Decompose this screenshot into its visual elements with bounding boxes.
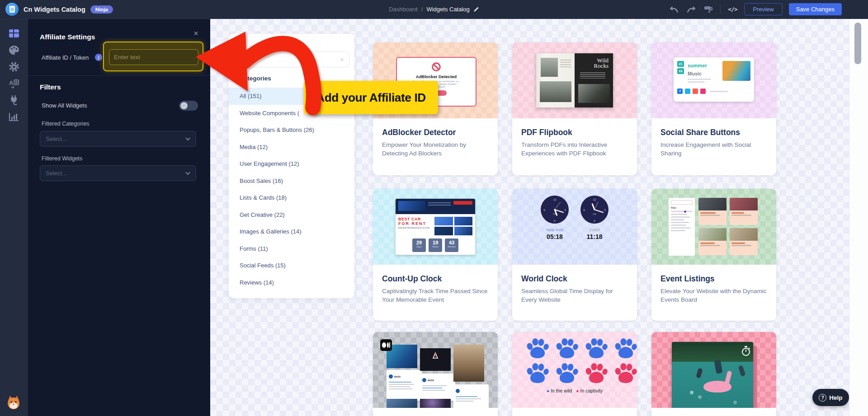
events-preview: Filter bbox=[651, 189, 776, 265]
stopwatch-icon bbox=[741, 346, 751, 356]
widget-card-count-up-clock[interactable]: BEST CAR FOR RENT bold and manufactured … bbox=[373, 189, 498, 321]
widget-card-pool-media[interactable] bbox=[651, 332, 776, 416]
pool-media-preview bbox=[651, 332, 776, 408]
tile-label: Hours bbox=[429, 245, 442, 248]
select-placeholder: Select... bbox=[46, 136, 67, 142]
svg-text:12: 12 bbox=[593, 198, 596, 201]
integrations-plug-icon[interactable] bbox=[9, 95, 19, 106]
clock-zurich: 12 3 6 9 AM Zürich 11:18 bbox=[580, 195, 609, 240]
category-item-social-feeds[interactable]: Social Feeds (15) bbox=[229, 257, 354, 274]
book-title: Rocks bbox=[594, 63, 609, 69]
save-changes-button[interactable]: Save Changes bbox=[789, 3, 842, 15]
category-item-reviews[interactable]: Reviews (14) bbox=[229, 274, 354, 291]
nasa-avatar bbox=[389, 374, 393, 379]
toggle-knob bbox=[180, 102, 188, 109]
category-item-user-engagement[interactable]: User Engagement (12) bbox=[229, 155, 354, 173]
settings-gear-icon[interactable] bbox=[9, 61, 19, 72]
help-label: Help bbox=[829, 394, 842, 401]
medium-logo-icon bbox=[380, 339, 392, 351]
category-item-media[interactable]: Media (12) bbox=[229, 139, 354, 156]
widget-title: Event Listings bbox=[660, 274, 767, 284]
hero-text: FOR RENT bbox=[398, 221, 434, 226]
breadcrumb-current: Widgets Catalog bbox=[426, 6, 469, 13]
widget-card-paw-chart[interactable]: ● In the wild ● In captivity bbox=[512, 332, 637, 416]
filtered-categories-select[interactable]: Select... bbox=[40, 131, 196, 147]
tile-value: 43 bbox=[445, 240, 458, 245]
redo-icon[interactable] bbox=[686, 4, 697, 15]
tile-label: Minutes bbox=[445, 245, 458, 248]
show-all-widgets-label: Show All Widgets bbox=[42, 102, 87, 109]
hero-subtext: bold and manufactured by us since bbox=[398, 227, 430, 229]
account-name: NASA bbox=[428, 379, 434, 382]
chevron-down-icon bbox=[185, 172, 190, 175]
paw-pink bbox=[585, 362, 608, 384]
edit-pencil-icon[interactable] bbox=[473, 6, 479, 12]
preview-button[interactable]: Preview bbox=[744, 3, 782, 15]
widget-description: Seamless Global Time Display for Every W… bbox=[521, 287, 628, 304]
breadcrumb-separator: / bbox=[421, 6, 423, 13]
category-item-forms[interactable]: Forms (11) bbox=[229, 240, 354, 257]
svg-text:A: A bbox=[9, 79, 14, 86]
widget-card-pdf-flipbook[interactable]: Wild Rocks PDF Flipbook Transform PDFs i… bbox=[512, 42, 637, 175]
category-item-images-galleries[interactable]: Images & Galleries (14) bbox=[229, 223, 354, 240]
social-share-preview: 21 03 summer Music f bbox=[651, 42, 776, 118]
top-bar: Cn Widgets Catalog Ninja Dashboard / Wid… bbox=[0, 0, 868, 19]
help-button[interactable]: ? Help bbox=[812, 389, 849, 406]
category-item-popups-bars-buttons[interactable]: Popups, Bars & Buttons (26) bbox=[229, 122, 354, 139]
legend-in-captivity: In captivity bbox=[580, 388, 603, 393]
widget-card-social-feed[interactable]: NASA NASA bbox=[373, 332, 498, 416]
widget-title: AdBlocker Detector bbox=[382, 128, 489, 137]
affiliate-id-input[interactable] bbox=[109, 49, 198, 65]
twitter-icon bbox=[685, 89, 690, 94]
paw-blue bbox=[555, 337, 579, 359]
legend-in-the-wild: In the wild bbox=[551, 388, 572, 393]
clock-new-york: 12 3 6 9 PM New York 05:18 bbox=[540, 195, 569, 240]
poster-title: Music bbox=[688, 71, 702, 76]
widget-description: Increase Engagement with Social Sharing bbox=[660, 140, 767, 158]
design-palette-icon[interactable] bbox=[9, 45, 19, 56]
analytics-chart-icon[interactable] bbox=[9, 112, 19, 122]
app-title: Cn Widgets Catalog bbox=[24, 6, 85, 13]
scrollbar-thumb[interactable] bbox=[854, 23, 861, 64]
chevron-down-icon bbox=[185, 137, 190, 140]
poster-title-accent: summer bbox=[688, 63, 707, 68]
paw-chart-preview: ● In the wild ● In captivity bbox=[512, 332, 637, 408]
account-name: NASA bbox=[394, 375, 401, 378]
widget-card-social-share-buttons[interactable]: 21 03 summer Music f bbox=[651, 42, 776, 175]
filtered-categories-label: Filtered Categories bbox=[42, 121, 90, 127]
paint-roller-icon[interactable] bbox=[703, 4, 714, 15]
tutorial-arrow bbox=[188, 23, 328, 120]
widget-title: PDF Flipbook bbox=[521, 128, 628, 137]
breadcrumb: Dashboard / Widgets Catalog bbox=[389, 0, 479, 19]
translate-icon[interactable]: A bbox=[9, 78, 19, 89]
nasa-avatar bbox=[422, 378, 426, 382]
breadcrumb-dashboard[interactable]: Dashboard bbox=[389, 6, 418, 13]
toolbar-divider bbox=[720, 5, 721, 14]
clock-time: 11:18 bbox=[580, 233, 609, 240]
poster-photo bbox=[722, 61, 750, 81]
category-item-boost-sales[interactable]: Boost Sales (16) bbox=[229, 173, 354, 190]
paw-blue bbox=[614, 337, 637, 359]
widget-description: Elevate Your Website with the Dynamic Ev… bbox=[660, 287, 767, 304]
widget-card-event-listings[interactable]: Filter bbox=[651, 189, 776, 321]
widget-description: Transform PDFs into Interactive Experien… bbox=[521, 140, 628, 158]
panel-title: Affiliate Settings bbox=[40, 33, 95, 41]
scrollbar-track[interactable] bbox=[849, 19, 868, 416]
category-item-get-creative[interactable]: Get Creative (22) bbox=[229, 206, 354, 224]
widget-card-world-clock[interactable]: 12 3 6 9 PM New York 05:18 bbox=[512, 189, 637, 321]
event-cards bbox=[698, 198, 758, 255]
category-item-lists-cards[interactable]: Lists & Cards (18) bbox=[229, 189, 354, 206]
paw-blue bbox=[555, 362, 579, 384]
filtered-widgets-select[interactable]: Select... bbox=[40, 165, 196, 181]
clear-search-icon[interactable]: × bbox=[340, 56, 344, 63]
instagram-icon bbox=[700, 89, 706, 94]
flipbook-preview: Wild Rocks bbox=[512, 42, 637, 118]
mascot-cat-icon[interactable] bbox=[6, 395, 21, 411]
embed-code-icon[interactable]: </> bbox=[727, 4, 738, 15]
meridiem-label: AM bbox=[593, 213, 596, 215]
info-icon[interactable]: i bbox=[95, 54, 102, 61]
undo-icon[interactable] bbox=[669, 4, 679, 15]
filters-title: Filters bbox=[40, 83, 61, 91]
icon-rail: A bbox=[0, 19, 28, 416]
widgets-grid-icon[interactable] bbox=[9, 28, 19, 39]
